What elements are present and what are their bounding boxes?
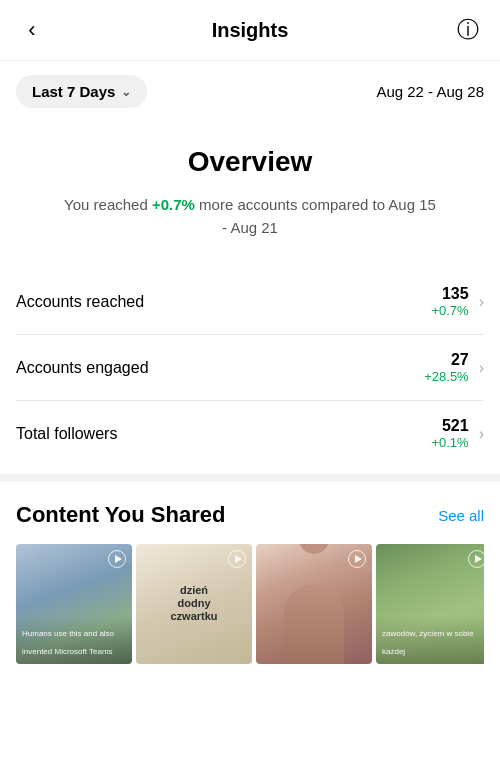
stat-change-accounts-reached: +0.7% bbox=[431, 303, 468, 318]
stat-item-accounts-reached[interactable]: Accounts reached 135 +0.7% › bbox=[16, 269, 484, 335]
stat-right-accounts-reached: 135 +0.7% › bbox=[431, 285, 484, 318]
app-header: ‹ Insights ⓘ bbox=[0, 0, 500, 61]
stat-values-accounts-engaged: 27 +28.5% bbox=[424, 351, 468, 384]
stat-item-total-followers[interactable]: Total followers 521 +0.1% › bbox=[16, 401, 484, 466]
page-title: Insights bbox=[48, 19, 452, 42]
play-icon bbox=[355, 555, 362, 563]
overview-title: Overview bbox=[20, 146, 480, 178]
thumb-big-text-2: dzień dodny czwartku bbox=[165, 584, 223, 624]
chevron-down-icon: ⌄ bbox=[121, 85, 131, 99]
content-section: Content You Shared See all Humans use th… bbox=[0, 482, 500, 680]
date-filter-row: Last 7 Days ⌄ Aug 22 - Aug 28 bbox=[0, 61, 500, 122]
overview-subtitle-post: more accounts compared to Aug 15 - Aug 2… bbox=[195, 196, 436, 236]
reel-icon-3 bbox=[348, 550, 366, 568]
stats-list: Accounts reached 135 +0.7% › Accounts en… bbox=[0, 269, 500, 466]
thumb-caption-4: zawodów, życiem w sobie każdej bbox=[382, 629, 474, 656]
reel-icon-1 bbox=[108, 550, 126, 568]
thumb-overlay-1: Humans use this and also invented Micros… bbox=[16, 616, 132, 664]
stat-label-accounts-engaged: Accounts engaged bbox=[16, 359, 149, 377]
play-icon bbox=[235, 555, 242, 563]
thumbnail-1[interactable]: Humans use this and also invented Micros… bbox=[16, 544, 132, 664]
reel-icon-4 bbox=[468, 550, 484, 568]
back-button[interactable]: ‹ bbox=[16, 14, 48, 46]
overview-subtitle: You reached +0.7% more accounts compared… bbox=[60, 194, 440, 239]
chevron-right-icon: › bbox=[479, 425, 484, 443]
overview-subtitle-pre: You reached bbox=[64, 196, 152, 213]
play-icon bbox=[115, 555, 122, 563]
content-section-title: Content You Shared bbox=[16, 502, 225, 528]
stat-right-total-followers: 521 +0.1% › bbox=[431, 417, 484, 450]
reel-icon-2 bbox=[228, 550, 246, 568]
play-icon bbox=[475, 555, 482, 563]
date-filter-button[interactable]: Last 7 Days ⌄ bbox=[16, 75, 147, 108]
stat-values-accounts-reached: 135 +0.7% bbox=[431, 285, 468, 318]
stat-values-total-followers: 521 +0.1% bbox=[431, 417, 468, 450]
overview-highlight: +0.7% bbox=[152, 196, 195, 213]
info-icon: ⓘ bbox=[457, 15, 479, 45]
chevron-right-icon: › bbox=[479, 359, 484, 377]
see-all-link[interactable]: See all bbox=[438, 507, 484, 524]
date-range-display: Aug 22 - Aug 28 bbox=[376, 83, 484, 100]
stat-item-accounts-engaged[interactable]: Accounts engaged 27 +28.5% › bbox=[16, 335, 484, 401]
person-head bbox=[299, 544, 329, 554]
info-button[interactable]: ⓘ bbox=[452, 14, 484, 46]
stat-right-accounts-engaged: 27 +28.5% › bbox=[424, 351, 484, 384]
content-header: Content You Shared See all bbox=[16, 502, 484, 528]
thumbnail-3[interactable] bbox=[256, 544, 372, 664]
stat-change-accounts-engaged: +28.5% bbox=[424, 369, 468, 384]
person-silhouette bbox=[284, 584, 344, 664]
overview-section: Overview You reached +0.7% more accounts… bbox=[0, 122, 500, 259]
back-icon: ‹ bbox=[28, 17, 35, 43]
stat-label-accounts-reached: Accounts reached bbox=[16, 293, 144, 311]
thumb-overlay-4: zawodów, życiem w sobie każdej bbox=[376, 616, 484, 664]
thumbnails-row: Humans use this and also invented Micros… bbox=[16, 544, 484, 664]
stat-number-accounts-reached: 135 bbox=[431, 285, 468, 303]
thumb-caption-1: Humans use this and also invented Micros… bbox=[22, 629, 114, 656]
thumb-text-overlay-2: dzień dodny czwartku bbox=[165, 584, 223, 624]
thumbnail-4[interactable]: zawodów, życiem w sobie każdej bbox=[376, 544, 484, 664]
stat-number-total-followers: 521 bbox=[431, 417, 468, 435]
date-filter-label: Last 7 Days bbox=[32, 83, 115, 100]
thumbnail-2[interactable]: dzień dodny czwartku bbox=[136, 544, 252, 664]
stat-change-total-followers: +0.1% bbox=[431, 435, 468, 450]
chevron-right-icon: › bbox=[479, 293, 484, 311]
stat-label-total-followers: Total followers bbox=[16, 425, 117, 443]
stat-number-accounts-engaged: 27 bbox=[424, 351, 468, 369]
section-divider bbox=[0, 474, 500, 482]
